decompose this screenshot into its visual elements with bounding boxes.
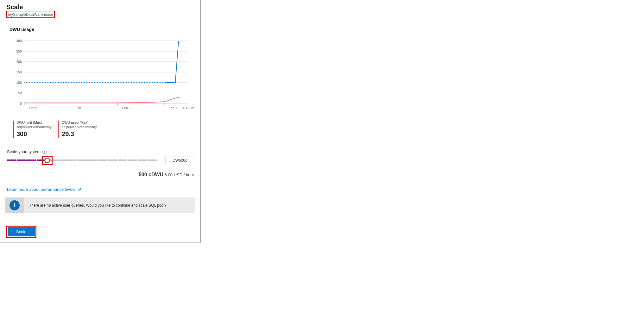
legend-sub: sqlpoolservername/my... (62, 125, 99, 129)
ytick: 250 (16, 50, 22, 53)
slider-segment (148, 159, 157, 161)
slider-segment (118, 159, 127, 161)
subtitle-highlight: mySampleDataWarehouse (6, 11, 55, 18)
ytick: 100 (16, 81, 22, 84)
info-icon[interactable]: i (42, 150, 47, 154)
xtick: Feb 7 (76, 106, 84, 110)
slider-segment (7, 159, 16, 161)
slider-segment (108, 159, 117, 161)
cost-amount: 500 cDWU (139, 172, 163, 177)
external-link-icon (78, 188, 81, 191)
scale-label: Scale your system i (7, 149, 194, 154)
slider-thumb[interactable] (44, 158, 50, 163)
slider-segment (67, 159, 77, 161)
ytick: 0 (20, 102, 22, 105)
legend-value: 29.3 (62, 130, 99, 138)
legend-sub: sqlpoolservername/my... (16, 125, 54, 129)
scale-button-highlight: Scale (6, 226, 36, 238)
ytick: 50 (18, 91, 22, 95)
timezone-label: UTC-08:00 (182, 106, 194, 110)
slider-segment (57, 159, 67, 161)
dwu-usage-chart: 300 250 200 150 100 50 0 Feb 5 Feb 7 Feb… (13, 34, 194, 117)
scale-panel: Scale mySampleDataWarehouse DWU usage 30… (0, 0, 201, 243)
info-banner-text: There are no active user queries. Would … (24, 197, 172, 213)
ytick: 150 (16, 71, 22, 74)
ytick: 300 (16, 39, 22, 43)
slider-segment (78, 159, 87, 161)
xtick: Feb 5 (29, 106, 37, 110)
slider-segment (138, 159, 147, 161)
slider-segment (27, 159, 37, 161)
page-subtitle: mySampleDataWarehouse (7, 12, 54, 17)
legend-label: DWU used (Max) (62, 121, 99, 125)
cost-line: 500 cDWU 6.00 USD / hour (0, 172, 194, 178)
ytick: 200 (16, 60, 22, 64)
slider-segment (98, 159, 107, 161)
series-dwu-used (24, 97, 180, 103)
scale-slider[interactable] (7, 157, 157, 164)
xtick: Feb 9 (122, 106, 131, 110)
slider-segment (17, 159, 27, 161)
panel-footer: Scale (0, 221, 200, 242)
legend-item-used[interactable]: DWU used (Max) sqlpoolservername/my... 2… (58, 121, 99, 138)
page-title: Scale (6, 3, 194, 11)
learn-more-link[interactable]: Learn more about performance levels. (7, 187, 81, 192)
legend-value: 300 (16, 130, 54, 138)
cost-rate: 6.00 USD / hour (165, 172, 194, 177)
chart-legend: DWU limit (Max) sqlpoolservername/my... … (13, 121, 200, 138)
legend-color-swatch (13, 121, 14, 138)
scale-button[interactable]: Scale (8, 227, 35, 236)
xtick: Feb 11 (169, 106, 179, 110)
legend-color-swatch (58, 121, 59, 138)
legend-item-limit[interactable]: DWU limit (Max) sqlpoolservername/my... … (13, 121, 54, 138)
info-icon: i (9, 200, 20, 210)
panel-header: Scale mySampleDataWarehouse (0, 0, 200, 20)
scale-value-readout: DW500c (166, 157, 194, 164)
info-banner: i There are no active user queries. Woul… (5, 197, 195, 213)
slider-segment (87, 159, 97, 161)
usage-section-title: DWU usage (9, 27, 200, 32)
info-banner-icon-wrap: i (5, 197, 24, 213)
legend-label: DWU limit (Max) (16, 121, 54, 125)
slider-segment (128, 159, 137, 161)
